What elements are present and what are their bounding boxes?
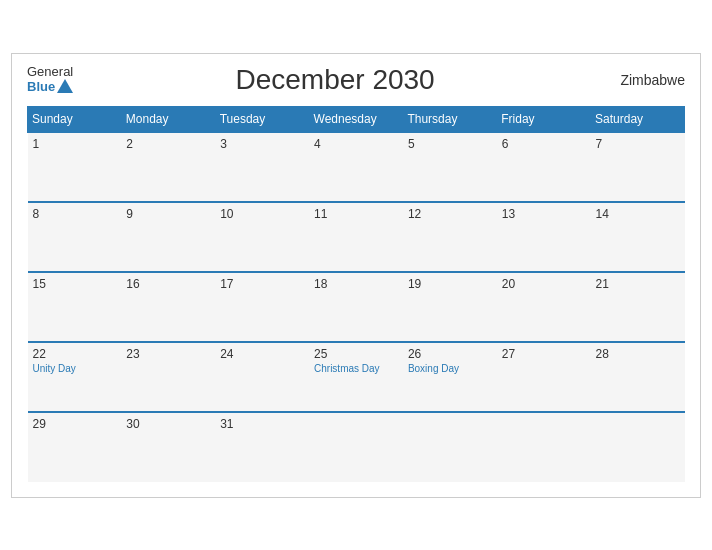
calendar-table: Sunday Monday Tuesday Wednesday Thursday…: [27, 106, 685, 482]
table-row: [403, 412, 497, 482]
day-number: 23: [126, 347, 210, 361]
table-row: 21: [591, 272, 685, 342]
table-row: 10: [215, 202, 309, 272]
col-friday: Friday: [497, 106, 591, 132]
logo-blue-text: Blue: [27, 80, 75, 94]
calendar-week-row: 1234567: [28, 132, 685, 202]
col-wednesday: Wednesday: [309, 106, 403, 132]
day-number: 3: [220, 137, 304, 151]
day-number: 31: [220, 417, 304, 431]
day-number: 27: [502, 347, 586, 361]
day-number: 19: [408, 277, 492, 291]
table-row: 14: [591, 202, 685, 272]
col-saturday: Saturday: [591, 106, 685, 132]
calendar-week-row: 891011121314: [28, 202, 685, 272]
table-row: 12: [403, 202, 497, 272]
table-row: 2: [121, 132, 215, 202]
day-number: 25: [314, 347, 398, 361]
day-number: 5: [408, 137, 492, 151]
day-number: 1: [33, 137, 117, 151]
day-number: 2: [126, 137, 210, 151]
day-number: 24: [220, 347, 304, 361]
day-number: 20: [502, 277, 586, 291]
day-number: 26: [408, 347, 492, 361]
table-row: [309, 412, 403, 482]
calendar-week-row: 22Unity Day232425Christmas Day26Boxing D…: [28, 342, 685, 412]
table-row: 23: [121, 342, 215, 412]
col-thursday: Thursday: [403, 106, 497, 132]
day-number: 17: [220, 277, 304, 291]
day-number: 30: [126, 417, 210, 431]
table-row: 8: [28, 202, 122, 272]
table-row: 27: [497, 342, 591, 412]
table-row: 17: [215, 272, 309, 342]
table-row: 25Christmas Day: [309, 342, 403, 412]
table-row: 6: [497, 132, 591, 202]
day-number: 15: [33, 277, 117, 291]
table-row: 18: [309, 272, 403, 342]
day-number: 28: [596, 347, 680, 361]
table-row: 15: [28, 272, 122, 342]
col-monday: Monday: [121, 106, 215, 132]
day-number: 8: [33, 207, 117, 221]
logo: General Blue: [27, 65, 75, 94]
table-row: 29: [28, 412, 122, 482]
table-row: 30: [121, 412, 215, 482]
table-row: 9: [121, 202, 215, 272]
table-row: 28: [591, 342, 685, 412]
table-row: 22Unity Day: [28, 342, 122, 412]
table-row: 4: [309, 132, 403, 202]
day-number: 18: [314, 277, 398, 291]
table-row: 20: [497, 272, 591, 342]
holiday-label: Christmas Day: [314, 363, 398, 375]
day-number: 9: [126, 207, 210, 221]
day-number: 11: [314, 207, 398, 221]
table-row: 7: [591, 132, 685, 202]
logo-general-text: General: [27, 65, 75, 79]
calendar-week-row: 293031: [28, 412, 685, 482]
col-tuesday: Tuesday: [215, 106, 309, 132]
table-row: [591, 412, 685, 482]
day-number: 13: [502, 207, 586, 221]
day-number: 7: [596, 137, 680, 151]
day-number: 22: [33, 347, 117, 361]
table-row: 31: [215, 412, 309, 482]
table-row: 24: [215, 342, 309, 412]
table-row: 26Boxing Day: [403, 342, 497, 412]
holiday-label: Boxing Day: [408, 363, 492, 375]
logo-triangle-icon: [57, 79, 73, 93]
table-row: 19: [403, 272, 497, 342]
col-sunday: Sunday: [28, 106, 122, 132]
calendar-title: December 2030: [75, 64, 595, 96]
table-row: 5: [403, 132, 497, 202]
table-row: 11: [309, 202, 403, 272]
calendar-header: General Blue December 2030 Zimbabwe: [27, 64, 685, 96]
holiday-label: Unity Day: [33, 363, 117, 375]
day-number: 14: [596, 207, 680, 221]
day-number: 21: [596, 277, 680, 291]
day-number: 10: [220, 207, 304, 221]
calendar-header-row: Sunday Monday Tuesday Wednesday Thursday…: [28, 106, 685, 132]
day-number: 6: [502, 137, 586, 151]
table-row: 13: [497, 202, 591, 272]
table-row: [497, 412, 591, 482]
table-row: 16: [121, 272, 215, 342]
day-number: 4: [314, 137, 398, 151]
day-number: 29: [33, 417, 117, 431]
calendar-week-row: 15161718192021: [28, 272, 685, 342]
calendar-country: Zimbabwe: [595, 72, 685, 88]
day-number: 12: [408, 207, 492, 221]
table-row: 3: [215, 132, 309, 202]
calendar: General Blue December 2030 Zimbabwe Sund…: [11, 53, 701, 498]
calendar-body: 12345678910111213141516171819202122Unity…: [28, 132, 685, 482]
day-number: 16: [126, 277, 210, 291]
table-row: 1: [28, 132, 122, 202]
